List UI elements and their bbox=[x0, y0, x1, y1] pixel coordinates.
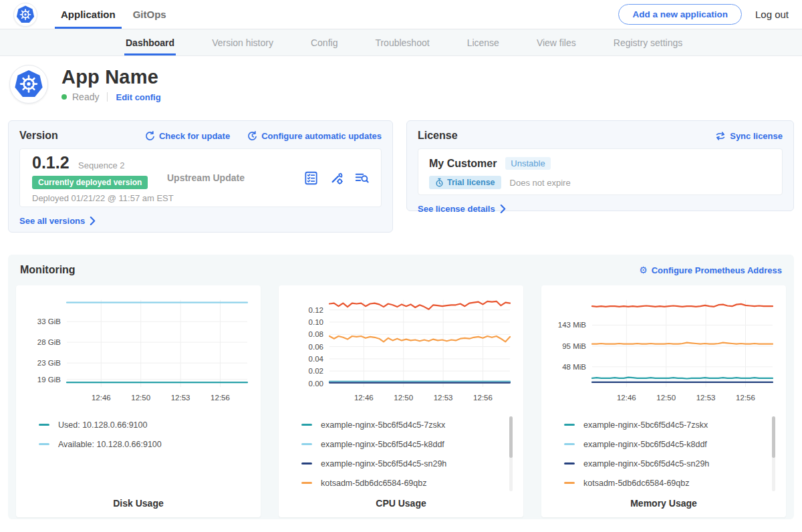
legend-scrollbar-thumb[interactable] bbox=[772, 416, 775, 458]
edit-config-link[interactable]: Edit config bbox=[116, 92, 160, 102]
check-for-update-link[interactable]: Check for update bbox=[145, 131, 230, 141]
legend-item: kotsadm-5db6dc6584-69qbz bbox=[301, 473, 515, 493]
divider bbox=[107, 92, 108, 102]
svg-text:12:56: 12:56 bbox=[473, 394, 493, 402]
memory-usage-title: Memory Usage bbox=[541, 498, 786, 509]
legend-label: Used: 10.128.0.66:9100 bbox=[58, 420, 147, 430]
svg-text:33 GiB: 33 GiB bbox=[37, 317, 61, 325]
see-all-versions-link[interactable]: See all versions bbox=[19, 216, 96, 226]
legend-label: example-nginx-5bc6f5d4c5-7zskx bbox=[583, 420, 708, 430]
legend-item: Used: 10.128.0.66:9100 bbox=[39, 415, 253, 434]
svg-text:12:46: 12:46 bbox=[354, 394, 374, 402]
tab-registry-settings[interactable]: Registry settings bbox=[614, 29, 682, 55]
app-sub-nav: Dashboard Version history Config Trouble… bbox=[0, 29, 802, 56]
version-card: Version Check for update Configure au bbox=[8, 120, 393, 233]
legend-label: example-nginx-5bc6f5d4c5-sn29h bbox=[583, 459, 709, 469]
legend-item: example-nginx-5bc6f5d4c5-7zskx bbox=[301, 415, 515, 434]
svg-text:12:50: 12:50 bbox=[394, 394, 413, 402]
svg-text:0.06: 0.06 bbox=[309, 343, 323, 351]
svg-text:12:53: 12:53 bbox=[434, 394, 453, 402]
chevron-right-icon bbox=[499, 205, 507, 213]
legend-label: example-nginx-5bc6f5d4c5-k8ddf bbox=[321, 440, 444, 449]
sync-icon bbox=[715, 131, 726, 141]
customer-name: My Customer bbox=[429, 158, 497, 170]
channel-badge: Unstable bbox=[505, 157, 550, 170]
log-out-link[interactable]: Log out bbox=[755, 9, 789, 20]
legend-item: example-nginx-5bc6f5d4c5-k8ddf bbox=[301, 434, 515, 454]
svg-text:143 MiB: 143 MiB bbox=[558, 321, 587, 329]
view-logs-icon[interactable] bbox=[355, 171, 369, 185]
primary-tabs: Application GitOps bbox=[52, 0, 175, 29]
tab-application[interactable]: Application bbox=[52, 0, 124, 29]
cpu-usage-legend: example-nginx-5bc6f5d4c5-7zskxexample-ng… bbox=[287, 415, 515, 494]
svg-text:12:56: 12:56 bbox=[211, 394, 230, 402]
legend-scrollbar-thumb[interactable] bbox=[509, 416, 513, 458]
tab-gitops[interactable]: GitOps bbox=[124, 0, 175, 29]
tab-view-files[interactable]: View files bbox=[537, 29, 576, 55]
svg-text:12:46: 12:46 bbox=[617, 394, 636, 402]
see-license-details-label: See license details bbox=[418, 204, 495, 214]
legend-dash-icon bbox=[39, 424, 49, 426]
disk-usage-card: 12:4612:5012:5312:5633 GiB28 GiB23 GiB19… bbox=[16, 285, 261, 517]
legend-scrollbar[interactable] bbox=[509, 416, 513, 491]
legend-item: example-nginx-5bc6f5d4c5-k8ddf bbox=[564, 434, 778, 454]
svg-text:95 MiB: 95 MiB bbox=[562, 342, 586, 350]
legend-item: kotsadm-5db6dc6584-69qbz bbox=[564, 473, 778, 493]
see-all-versions-label: See all versions bbox=[19, 216, 85, 226]
expiry-label: Does not expire bbox=[510, 178, 571, 188]
chevron-right-icon bbox=[89, 217, 96, 225]
tab-config[interactable]: Config bbox=[311, 29, 338, 55]
svg-text:0.02: 0.02 bbox=[309, 367, 323, 375]
legend-scrollbar[interactable] bbox=[772, 416, 775, 491]
legend-dash-icon bbox=[301, 443, 312, 445]
configure-automatic-updates-link[interactable]: Configure automatic updates bbox=[247, 131, 382, 141]
clock-refresh-icon bbox=[247, 131, 257, 141]
legend-dash-icon bbox=[564, 424, 575, 426]
legend-dash-icon bbox=[39, 443, 49, 445]
kubernetes-logo-icon bbox=[16, 5, 35, 24]
legend-item: Available: 10.128.0.66:9100 bbox=[39, 434, 253, 454]
legend-item: example-nginx-5bc6f5d4c5-sn29h bbox=[564, 454, 778, 473]
tab-dashboard[interactable]: Dashboard bbox=[126, 29, 174, 55]
sequence-label: Sequence 2 bbox=[78, 160, 124, 170]
legend-dash-icon bbox=[564, 482, 575, 484]
legend-label: Available: 10.128.0.66:9100 bbox=[58, 440, 162, 449]
legend-dash-icon bbox=[301, 462, 312, 464]
license-details-box: My Customer Unstable Trial license Does … bbox=[418, 148, 783, 195]
preflight-checks-icon[interactable] bbox=[304, 171, 318, 185]
svg-text:12:50: 12:50 bbox=[656, 394, 676, 402]
kubernetes-logo[interactable] bbox=[13, 3, 37, 27]
page-title: App Name bbox=[61, 66, 161, 88]
svg-text:12:46: 12:46 bbox=[92, 394, 111, 402]
configure-prometheus-link[interactable]: ⚙ Configure Prometheus Address bbox=[639, 265, 782, 275]
svg-text:12:53: 12:53 bbox=[171, 394, 190, 402]
currently-deployed-badge: Currently deployed version bbox=[32, 176, 148, 189]
tab-license[interactable]: License bbox=[467, 29, 499, 55]
cpu-usage-plot: 12:4612:5012:5312:560.120.100.080.060.04… bbox=[287, 293, 515, 410]
status-dot bbox=[61, 94, 67, 100]
memory-usage-legend: example-nginx-5bc6f5d4c5-7zskxexample-ng… bbox=[549, 415, 778, 494]
add-new-application-button[interactable]: Add a new application bbox=[618, 4, 742, 25]
see-license-details-link[interactable]: See license details bbox=[418, 204, 507, 214]
legend-dash-icon bbox=[301, 424, 312, 426]
configure-prometheus-label: Configure Prometheus Address bbox=[652, 265, 782, 275]
tab-troubleshoot[interactable]: Troubleshoot bbox=[375, 29, 429, 55]
kubernetes-app-icon bbox=[14, 70, 43, 99]
disk-usage-title: Disk Usage bbox=[16, 498, 261, 509]
stopwatch-icon bbox=[435, 178, 444, 187]
svg-text:0.10: 0.10 bbox=[309, 318, 323, 326]
legend-item: example-nginx-5bc6f5d4c5-sn29h bbox=[301, 454, 515, 473]
svg-text:28 GiB: 28 GiB bbox=[37, 338, 61, 346]
svg-text:0.08: 0.08 bbox=[309, 330, 323, 338]
summary-cards-row: Version Check for update Configure au bbox=[8, 120, 794, 233]
svg-text:12:53: 12:53 bbox=[696, 394, 716, 402]
tab-version-history[interactable]: Version history bbox=[212, 29, 273, 55]
cpu-usage-card: 12:4612:5012:5312:560.120.100.080.060.04… bbox=[279, 285, 523, 517]
config-wrench-icon[interactable] bbox=[329, 171, 344, 185]
memory-usage-card: 12:4612:5012:5312:56143 MiB95 MiB48 MiBe… bbox=[541, 285, 786, 517]
app-avatar bbox=[9, 65, 48, 104]
svg-text:0.12: 0.12 bbox=[309, 306, 323, 314]
legend-item: example-nginx-5bc6f5d4c5-7zskx bbox=[564, 415, 778, 434]
sync-license-label: Sync license bbox=[730, 131, 783, 141]
sync-license-link[interactable]: Sync license bbox=[715, 131, 783, 141]
